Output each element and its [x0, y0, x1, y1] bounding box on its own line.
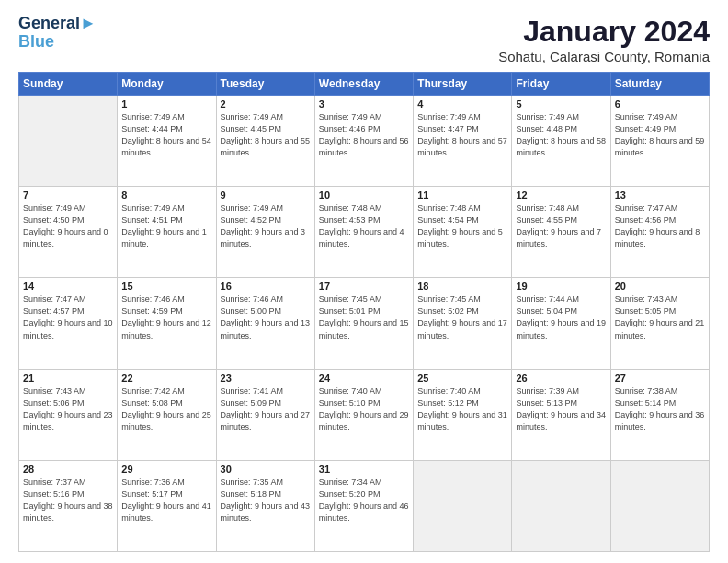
day-info: Sunrise: 7:49 AMSunset: 4:48 PMDaylight:… — [516, 111, 606, 159]
calendar-cell: 10Sunrise: 7:48 AMSunset: 4:53 PMDayligh… — [314, 187, 413, 278]
day-number: 24 — [319, 373, 409, 384]
calendar-cell: 15Sunrise: 7:46 AMSunset: 4:59 PMDayligh… — [118, 278, 216, 369]
day-number: 1 — [121, 98, 211, 109]
day-info: Sunrise: 7:40 AMSunset: 5:10 PMDaylight:… — [319, 385, 409, 433]
day-info: Sunrise: 7:49 AMSunset: 4:44 PMDaylight:… — [121, 111, 211, 159]
calendar-cell: 16Sunrise: 7:46 AMSunset: 5:00 PMDayligh… — [216, 278, 314, 369]
page: General► Blue January 2024 Sohatu, Calar… — [0, 0, 728, 563]
calendar-cell: 25Sunrise: 7:40 AMSunset: 5:12 PMDayligh… — [414, 369, 512, 460]
calendar-cell: 27Sunrise: 7:38 AMSunset: 5:14 PMDayligh… — [610, 369, 709, 460]
day-info: Sunrise: 7:36 AMSunset: 5:17 PMDaylight:… — [121, 477, 211, 524]
day-number: 17 — [319, 281, 409, 292]
weekday-header: Sunday — [19, 73, 118, 96]
day-info: Sunrise: 7:38 AMSunset: 5:14 PMDaylight:… — [615, 385, 705, 433]
day-number: 12 — [516, 190, 606, 201]
day-info: Sunrise: 7:49 AMSunset: 4:49 PMDaylight:… — [615, 111, 705, 159]
day-number: 3 — [319, 98, 409, 109]
day-info: Sunrise: 7:49 AMSunset: 4:47 PMDaylight:… — [417, 111, 507, 159]
logo-text: General► — [18, 15, 97, 33]
day-number: 31 — [319, 464, 409, 475]
day-info: Sunrise: 7:35 AMSunset: 5:18 PMDaylight:… — [221, 477, 311, 524]
day-number: 18 — [417, 281, 507, 292]
day-info: Sunrise: 7:46 AMSunset: 4:59 PMDaylight:… — [121, 293, 211, 341]
day-number: 4 — [417, 98, 507, 109]
day-number: 28 — [23, 464, 113, 475]
day-info: Sunrise: 7:46 AMSunset: 5:00 PMDaylight:… — [221, 293, 311, 341]
subtitle: Sohatu, Calarasi County, Romania — [498, 49, 710, 64]
calendar-cell: 21Sunrise: 7:43 AMSunset: 5:06 PMDayligh… — [19, 369, 118, 460]
calendar-cell — [610, 460, 709, 551]
day-number: 22 — [121, 373, 211, 384]
calendar-cell: 12Sunrise: 7:48 AMSunset: 4:55 PMDayligh… — [512, 187, 610, 278]
calendar-cell: 2Sunrise: 7:49 AMSunset: 4:45 PMDaylight… — [216, 96, 314, 187]
day-info: Sunrise: 7:49 AMSunset: 4:50 PMDaylight:… — [23, 202, 113, 250]
calendar-cell: 28Sunrise: 7:37 AMSunset: 5:16 PMDayligh… — [19, 460, 118, 551]
weekday-header: Monday — [118, 73, 216, 96]
calendar-cell: 5Sunrise: 7:49 AMSunset: 4:48 PMDaylight… — [512, 96, 610, 187]
day-number: 7 — [23, 190, 113, 201]
calendar-cell: 6Sunrise: 7:49 AMSunset: 4:49 PMDaylight… — [610, 96, 709, 187]
day-info: Sunrise: 7:39 AMSunset: 5:13 PMDaylight:… — [516, 385, 606, 433]
day-number: 27 — [615, 373, 705, 384]
day-info: Sunrise: 7:48 AMSunset: 4:54 PMDaylight:… — [417, 202, 507, 250]
day-number: 14 — [23, 281, 113, 292]
day-number: 15 — [121, 281, 211, 292]
day-number: 19 — [516, 281, 606, 292]
logo: General► Blue — [18, 15, 97, 52]
calendar-cell: 4Sunrise: 7:49 AMSunset: 4:47 PMDaylight… — [414, 96, 512, 187]
calendar-cell: 19Sunrise: 7:44 AMSunset: 5:04 PMDayligh… — [512, 278, 610, 369]
day-number: 10 — [319, 190, 409, 201]
weekday-header: Wednesday — [314, 73, 413, 96]
calendar-cell: 17Sunrise: 7:45 AMSunset: 5:01 PMDayligh… — [314, 278, 413, 369]
calendar-cell: 24Sunrise: 7:40 AMSunset: 5:10 PMDayligh… — [314, 369, 413, 460]
day-number: 9 — [221, 190, 311, 201]
day-info: Sunrise: 7:47 AMSunset: 4:56 PMDaylight:… — [615, 202, 705, 250]
calendar-cell: 7Sunrise: 7:49 AMSunset: 4:50 PMDaylight… — [19, 187, 118, 278]
calendar-cell — [414, 460, 512, 551]
header: General► Blue January 2024 Sohatu, Calar… — [18, 15, 710, 64]
day-info: Sunrise: 7:37 AMSunset: 5:16 PMDaylight:… — [23, 477, 113, 524]
day-number: 29 — [121, 464, 211, 475]
calendar-cell: 22Sunrise: 7:42 AMSunset: 5:08 PMDayligh… — [118, 369, 216, 460]
calendar-cell: 8Sunrise: 7:49 AMSunset: 4:51 PMDaylight… — [118, 187, 216, 278]
day-info: Sunrise: 7:45 AMSunset: 5:01 PMDaylight:… — [319, 293, 409, 341]
day-number: 25 — [417, 373, 507, 384]
day-number: 23 — [221, 373, 311, 384]
title-block: January 2024 Sohatu, Calarasi County, Ro… — [498, 15, 710, 64]
day-number: 5 — [516, 98, 606, 109]
day-number: 8 — [121, 190, 211, 201]
day-info: Sunrise: 7:34 AMSunset: 5:20 PMDaylight:… — [319, 477, 409, 524]
calendar-cell — [512, 460, 610, 551]
calendar-cell: 26Sunrise: 7:39 AMSunset: 5:13 PMDayligh… — [512, 369, 610, 460]
calendar-cell: 31Sunrise: 7:34 AMSunset: 5:20 PMDayligh… — [314, 460, 413, 551]
day-number: 21 — [23, 373, 113, 384]
day-info: Sunrise: 7:43 AMSunset: 5:05 PMDaylight:… — [615, 293, 705, 341]
day-info: Sunrise: 7:48 AMSunset: 4:55 PMDaylight:… — [516, 202, 606, 250]
weekday-header: Thursday — [414, 73, 512, 96]
calendar-cell: 29Sunrise: 7:36 AMSunset: 5:17 PMDayligh… — [118, 460, 216, 551]
calendar-cell: 18Sunrise: 7:45 AMSunset: 5:02 PMDayligh… — [414, 278, 512, 369]
day-number: 30 — [221, 464, 311, 475]
day-info: Sunrise: 7:47 AMSunset: 4:57 PMDaylight:… — [23, 293, 113, 341]
calendar-cell: 9Sunrise: 7:49 AMSunset: 4:52 PMDaylight… — [216, 187, 314, 278]
day-info: Sunrise: 7:49 AMSunset: 4:46 PMDaylight:… — [319, 111, 409, 159]
weekday-header: Saturday — [610, 73, 709, 96]
main-title: January 2024 — [498, 15, 710, 49]
day-number: 2 — [221, 98, 311, 109]
day-info: Sunrise: 7:49 AMSunset: 4:45 PMDaylight:… — [221, 111, 311, 159]
calendar-cell: 30Sunrise: 7:35 AMSunset: 5:18 PMDayligh… — [216, 460, 314, 551]
calendar-table: SundayMondayTuesdayWednesdayThursdayFrid… — [18, 72, 710, 552]
day-info: Sunrise: 7:44 AMSunset: 5:04 PMDaylight:… — [516, 293, 606, 341]
calendar-cell — [19, 96, 118, 187]
calendar-cell: 20Sunrise: 7:43 AMSunset: 5:05 PMDayligh… — [610, 278, 709, 369]
day-number: 20 — [615, 281, 705, 292]
weekday-header: Friday — [512, 73, 610, 96]
day-info: Sunrise: 7:48 AMSunset: 4:53 PMDaylight:… — [319, 202, 409, 250]
day-info: Sunrise: 7:49 AMSunset: 4:51 PMDaylight:… — [121, 202, 211, 250]
calendar-cell: 23Sunrise: 7:41 AMSunset: 5:09 PMDayligh… — [216, 369, 314, 460]
day-info: Sunrise: 7:43 AMSunset: 5:06 PMDaylight:… — [23, 385, 113, 433]
day-info: Sunrise: 7:41 AMSunset: 5:09 PMDaylight:… — [221, 385, 311, 433]
calendar-cell: 11Sunrise: 7:48 AMSunset: 4:54 PMDayligh… — [414, 187, 512, 278]
logo-text-blue: Blue — [18, 33, 97, 52]
day-number: 11 — [417, 190, 507, 201]
